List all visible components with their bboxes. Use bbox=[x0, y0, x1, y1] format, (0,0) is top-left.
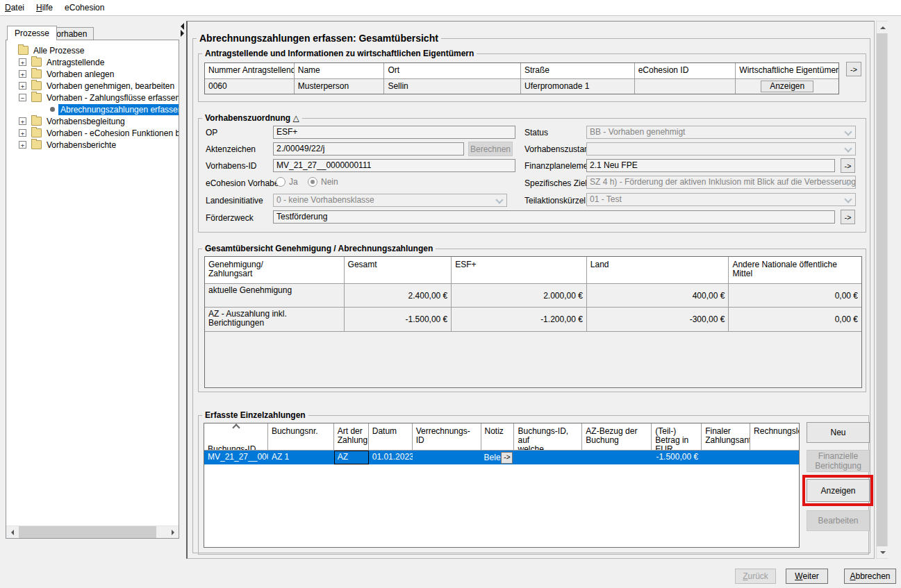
cell-buchungs-id: MV_21_27__000000 bbox=[204, 451, 268, 464]
radio-nein[interactable]: Nein bbox=[308, 177, 338, 187]
column-header[interactable]: Datum bbox=[369, 423, 413, 450]
vorhabenszustand-dropdown[interactable] bbox=[586, 142, 856, 156]
tree-item-vorhabensberichte[interactable]: Vorhabensberichte bbox=[6, 139, 179, 151]
tree-item-abrechnungszahlungen[interactable]: Abrechnungszahlungen erfassen bbox=[6, 103, 179, 115]
abbrechen-button[interactable]: Abbrechen bbox=[844, 569, 896, 584]
cell-esf: 2.000,00 € bbox=[452, 284, 587, 307]
column-header: eCohesion ID bbox=[635, 63, 736, 78]
weiter-button[interactable]: Weiter bbox=[786, 569, 828, 584]
table-row[interactable]: 0060 Musterperson Sellin Uferpromonade 1… bbox=[205, 79, 838, 94]
column-header-buchungs-id[interactable]: Buchungs-ID bbox=[204, 423, 268, 450]
finanzielle-berichtigung-button[interactable]: Finanzielle Berichtigung bbox=[807, 450, 870, 472]
zurueck-button[interactable]: Zurück bbox=[735, 569, 776, 584]
cell-zahlungsart: aktuelle Genehmigung bbox=[205, 284, 345, 307]
gesamtuebersicht-zahlungen-title: Gesamtübersicht Genehmigung / Abrechnung… bbox=[202, 244, 436, 253]
notiz-arrow-button[interactable]: -> bbox=[501, 452, 513, 464]
cell-eigentuemer: Anzeigen bbox=[736, 79, 838, 94]
status-dropdown[interactable]: BB - Vorhaben genehmigt bbox=[586, 126, 856, 139]
column-header[interactable]: Rechnungsle bbox=[750, 423, 799, 450]
teilaktionskuerzel-label: Teilaktionskürzel bbox=[524, 196, 586, 205]
scroll-left-icon[interactable] bbox=[6, 526, 18, 538]
cell-andere: 0,00 € bbox=[729, 308, 861, 331]
vorhabens-id-field[interactable]: MV_21_27__0000000111 bbox=[273, 159, 515, 172]
tree-item-antragstellende[interactable]: Antragstellende bbox=[6, 56, 179, 68]
bearbeiten-button[interactable]: Bearbeiten bbox=[807, 510, 870, 531]
cell-zahlungsart: AZ - Auszahlung inkl. Berichtigungen bbox=[205, 308, 345, 331]
cell-buchungsnr: AZ 1 bbox=[268, 451, 334, 464]
expand-icon[interactable] bbox=[19, 70, 26, 78]
expand-icon[interactable] bbox=[19, 58, 26, 66]
expand-icon[interactable] bbox=[19, 82, 26, 90]
leaf-bullet-icon bbox=[50, 107, 55, 112]
cell-land: -300,00 € bbox=[587, 308, 729, 331]
foerderzweck-field[interactable]: Testförderung bbox=[273, 210, 835, 224]
scroll-down-icon[interactable] bbox=[877, 546, 888, 558]
radio-ja-label: Ja bbox=[289, 177, 298, 187]
menu-item-hilfe[interactable]: Hilfe bbox=[36, 1, 59, 15]
splitter-collapse-left-icon[interactable] bbox=[181, 23, 184, 30]
column-header[interactable]: (Teil-) Betrag in EUR bbox=[652, 423, 702, 450]
tree-item-vorhaben-anlegen[interactable]: Vorhaben anlegen bbox=[6, 68, 179, 80]
cell-finaler-zahlungsantrag bbox=[702, 451, 750, 464]
column-header[interactable]: AZ-Bezug der Buchung bbox=[582, 423, 652, 450]
finanzplanelement-field[interactable]: 2.1 Neu FPE bbox=[586, 159, 835, 172]
column-header[interactable]: Art der Zahlung bbox=[334, 423, 369, 450]
folder-icon bbox=[31, 93, 42, 102]
radio-circle-checked-icon bbox=[308, 177, 317, 187]
cell-ecohesion-id bbox=[635, 79, 736, 94]
tree-item-vorhabensbegleitung[interactable]: Vorhabensbegleitung bbox=[6, 115, 179, 127]
chevron-down-icon bbox=[495, 196, 503, 203]
vorhabens-id-label: Vorhabens-ID bbox=[206, 161, 256, 171]
tree-item-ecohesion-funktionen[interactable]: Vorhaben - eCohesion Funktionen bearbeit bbox=[6, 127, 179, 139]
landesinitiative-dropdown[interactable]: 0 - keine Vorhabensklasse bbox=[273, 194, 507, 207]
cell-notiz: Bele -> bbox=[481, 451, 515, 464]
tree-item-vorhaben-genehmigen[interactable]: Vorhaben genehmigen, bearbeiten bbox=[6, 80, 179, 92]
chevron-down-icon bbox=[844, 144, 852, 152]
splitter-collapse-right-icon[interactable] bbox=[181, 30, 184, 37]
op-label: OP bbox=[206, 128, 217, 137]
cell-buchungs-id-bezug bbox=[514, 451, 582, 464]
vorhabenszustand-label: Vorhabenszustand bbox=[524, 144, 593, 154]
neu-button[interactable]: Neu bbox=[807, 422, 870, 443]
column-header[interactable]: Notiz bbox=[481, 423, 515, 450]
selected-payment-row[interactable]: MV_21_27__000000 AZ 1 AZ 01.01.2023 Bele… bbox=[204, 451, 799, 464]
menu-item-ecohesion[interactable]: eCohesion bbox=[65, 1, 110, 15]
column-header[interactable]: Finaler Zahlungsantra bbox=[702, 423, 750, 450]
detail-arrow-button[interactable]: -> bbox=[841, 210, 855, 224]
tree-horizontal-scrollbar[interactable] bbox=[6, 526, 179, 538]
folder-icon bbox=[31, 81, 42, 90]
menu-item-datei[interactable]: Datei bbox=[5, 1, 31, 15]
spezifisches-ziel-dropdown[interactable]: SZ 4 h) - Förderung der aktiven Inklusio… bbox=[586, 176, 856, 189]
cell-ort: Sellin bbox=[384, 79, 521, 94]
column-header[interactable]: Buchungsnr. bbox=[268, 423, 334, 450]
expand-icon[interactable] bbox=[19, 141, 26, 149]
cell-az-bezug bbox=[582, 451, 652, 464]
scrollbar-thumb[interactable] bbox=[19, 526, 156, 538]
column-header[interactable]: Buchungs-ID, auf welche die Buch bbox=[514, 423, 582, 450]
tree-item-alle-prozesse[interactable]: Alle Prozesse bbox=[6, 44, 179, 56]
aktenzeichen-field[interactable]: 2./00049/22/j bbox=[273, 142, 464, 156]
scroll-up-icon[interactable] bbox=[877, 22, 888, 33]
cell-nummer: 0060 bbox=[205, 79, 295, 94]
scrollbar-thumb[interactable] bbox=[877, 33, 887, 546]
table-header-row: Genehmigung/ Zahlungsart Gesamt ESF+ Lan… bbox=[205, 257, 861, 284]
tree-item-zahlungsfluesse[interactable]: Vorhaben - Zahlungsflüsse erfassen bbox=[6, 92, 179, 103]
totals-table: Genehmigung/ Zahlungsart Gesamt ESF+ Lan… bbox=[204, 256, 862, 388]
expand-icon[interactable] bbox=[19, 129, 26, 137]
ecohesion-vorhaben-label: eCohesion Vorhaben bbox=[206, 178, 283, 188]
expand-icon[interactable] bbox=[19, 117, 26, 125]
column-header[interactable]: Verrechnungs-ID bbox=[413, 423, 481, 450]
tab-prozesse[interactable]: Prozesse bbox=[7, 26, 57, 40]
radio-ja[interactable]: Ja bbox=[276, 177, 298, 187]
scroll-right-icon[interactable] bbox=[167, 526, 179, 538]
berechnen-button[interactable]: Berechnen bbox=[468, 142, 513, 156]
main-vertical-scrollbar[interactable] bbox=[876, 21, 888, 559]
anzeigen-eigentuemer-button[interactable]: Anzeigen bbox=[761, 81, 813, 92]
teilaktionskuerzel-dropdown[interactable]: 01 - Test bbox=[586, 193, 856, 206]
detail-arrow-button[interactable]: -> bbox=[846, 62, 861, 76]
cell-art-der-zahlung[interactable]: AZ bbox=[334, 451, 369, 464]
op-field[interactable]: ESF+ bbox=[273, 126, 515, 139]
status-label: Status bbox=[524, 128, 548, 137]
detail-arrow-button[interactable]: -> bbox=[841, 158, 855, 173]
collapse-icon[interactable] bbox=[19, 94, 26, 101]
